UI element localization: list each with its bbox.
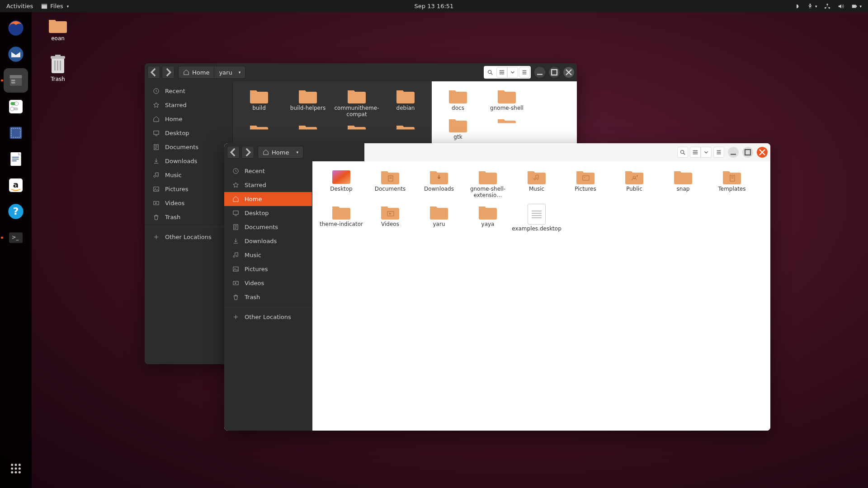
svg-point-32 [11, 464, 13, 466]
sidebar-item-desktop[interactable]: Desktop [224, 206, 312, 220]
screenshot-launcher[interactable] [4, 121, 28, 145]
file-item[interactable]: examples.desktop [513, 202, 560, 234]
list-view-button[interactable] [690, 147, 701, 158]
forward-button[interactable] [241, 146, 254, 159]
night-light-icon[interactable] [793, 3, 800, 9]
svg-point-17 [15, 102, 19, 105]
file-item[interactable]: build-helpers [284, 86, 331, 119]
back-button[interactable] [227, 146, 240, 159]
close-button[interactable] [757, 147, 768, 158]
file-item[interactable]: theme-indicator [318, 202, 365, 234]
files-launcher[interactable] [4, 68, 28, 93]
file-item[interactable]: gnome-shell-extensio… [464, 167, 511, 200]
file-item[interactable]: gnome-shell [483, 86, 530, 113]
sidebar-other-locations[interactable]: Other Locations [224, 310, 312, 324]
desktop-trash[interactable]: Trash [42, 54, 74, 82]
thunderbird-launcher[interactable] [4, 42, 28, 66]
file-item[interactable] [284, 121, 331, 141]
file-item[interactable]: Pictures [562, 167, 609, 200]
activities-button[interactable]: Activities [6, 3, 33, 9]
svg-point-47 [488, 70, 491, 74]
list-view-button[interactable] [496, 67, 507, 78]
amazon-launcher[interactable]: a [4, 173, 28, 197]
file-item[interactable]: Videos [367, 202, 414, 234]
sidebar-item-music[interactable]: Music [145, 168, 232, 182]
clock[interactable]: Sep 13 16:51 [415, 3, 454, 9]
search-button[interactable] [677, 147, 688, 158]
file-item[interactable]: Public [611, 167, 658, 200]
back-button[interactable] [147, 66, 160, 79]
sidebar-item-recent[interactable]: Recent [224, 164, 312, 178]
app-menu[interactable]: Files▾ [41, 3, 69, 9]
sidebar-other-locations[interactable]: Other Locations [145, 230, 232, 244]
titlebar[interactable]: Home▾ [224, 143, 770, 161]
terminal-launcher[interactable]: >_ [4, 225, 28, 250]
sidebar-item-trash[interactable]: Trash [145, 210, 232, 224]
file-item[interactable]: build [236, 86, 283, 119]
sidebar-item-documents[interactable]: Documents [224, 220, 312, 234]
sidebar-item-documents[interactable]: Documents [145, 140, 232, 154]
search-button[interactable] [485, 67, 495, 78]
file-item[interactable] [333, 121, 380, 141]
view-options-button[interactable] [507, 67, 518, 78]
file-item[interactable]: yaru [415, 202, 462, 234]
sidebar-item-videos[interactable]: Videos [224, 276, 312, 290]
sidebar-item-pictures[interactable]: Pictures [145, 182, 232, 196]
file-item[interactable] [382, 121, 429, 141]
volume-icon[interactable] [838, 3, 844, 9]
sidebar-item-starred[interactable]: Starred [224, 178, 312, 192]
help-launcher[interactable]: ? [4, 199, 28, 224]
hamburger-menu[interactable] [519, 67, 530, 78]
file-item[interactable]: Documents [367, 167, 414, 200]
file-item[interactable]: Desktop [318, 167, 365, 200]
hamburger-menu[interactable] [713, 147, 724, 158]
sidebar-item-desktop[interactable]: Desktop [145, 126, 232, 140]
file-item[interactable]: communitheme-compat [333, 86, 380, 119]
minimize-button[interactable] [534, 67, 545, 78]
sidebar-item-home[interactable]: Home [224, 192, 312, 206]
settings-tweaks-launcher[interactable] [4, 94, 28, 119]
accessibility-icon[interactable]: ▾ [807, 3, 817, 9]
file-item[interactable]: Music [513, 167, 560, 200]
sidebar-item-pictures[interactable]: Pictures [224, 262, 312, 276]
show-apps-button[interactable] [4, 456, 28, 481]
titlebar[interactable]: Home yaru▾ [145, 63, 577, 81]
recent-icon [153, 88, 160, 94]
sidebar-item-starred[interactable]: Starred [145, 98, 232, 112]
close-button[interactable] [563, 67, 574, 78]
path-bar[interactable]: Home▾ [258, 146, 303, 159]
power-menu[interactable]: ▾ [851, 3, 862, 9]
sidebar-item-downloads[interactable]: Downloads [224, 234, 312, 248]
svg-rect-58 [233, 211, 238, 215]
file-item[interactable]: yaya [464, 202, 511, 234]
path-bar[interactable]: Home yaru▾ [178, 66, 245, 79]
sidebar-item-music[interactable]: Music [224, 248, 312, 262]
file-item[interactable]: Downloads [415, 167, 462, 200]
maximize-button[interactable] [742, 147, 753, 158]
file-item[interactable] [236, 121, 283, 141]
file-item[interactable] [483, 115, 530, 142]
svg-point-35 [11, 468, 13, 470]
file-item[interactable]: gtk [434, 115, 481, 142]
network-icon[interactable] [824, 3, 830, 9]
minimize-button[interactable] [728, 147, 739, 158]
file-item[interactable]: debian [382, 86, 429, 119]
file-item[interactable]: docs [434, 86, 481, 113]
desktop-folder-eoan[interactable]: eoan [42, 17, 74, 42]
sidebar-item-downloads[interactable]: Downloads [145, 154, 232, 168]
maximize-button[interactable] [549, 67, 560, 78]
firefox-launcher[interactable] [4, 16, 28, 40]
view-options-button[interactable] [701, 147, 712, 158]
sidebar-item-recent[interactable]: Recent [145, 84, 232, 98]
sidebar-item-home[interactable]: Home [145, 112, 232, 126]
svg-rect-13 [11, 80, 15, 81]
file-item[interactable]: Templates [708, 167, 755, 200]
file-item[interactable]: snap [660, 167, 707, 200]
sidebar-item-trash[interactable]: Trash [224, 290, 312, 304]
svg-text:>_: >_ [12, 234, 19, 240]
plus-icon [232, 314, 239, 320]
forward-button[interactable] [162, 66, 175, 79]
svg-point-10 [8, 47, 23, 61]
sidebar-item-videos[interactable]: Videos [145, 196, 232, 210]
libreoffice-writer-launcher[interactable] [4, 147, 28, 171]
